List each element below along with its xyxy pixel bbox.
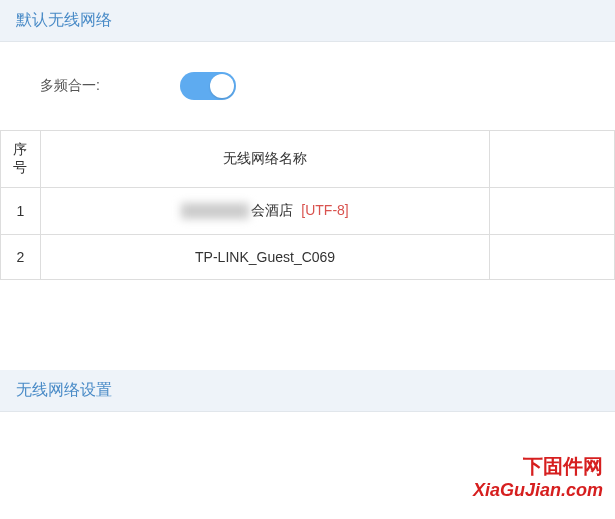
watermark: 下固件网 XiaGuJian.com (473, 453, 603, 501)
cell-index: 2 (1, 235, 41, 280)
multiband-label: 多频合一: (40, 77, 180, 95)
cell-name: TP-LINK_Guest_C069 (40, 235, 489, 280)
table-row[interactable]: 2 TP-LINK_Guest_C069 (1, 235, 615, 280)
encoding-tag: [UTF-8] (301, 202, 348, 218)
multiband-toggle[interactable] (180, 72, 236, 100)
cell-action (490, 188, 615, 235)
table-row[interactable]: 1 xxxx会酒店 [UTF-8] (1, 188, 615, 235)
name-suffix: 会酒店 (251, 202, 293, 218)
wireless-table: 序号 无线网络名称 1 xxxx会酒店 [UTF-8] 2 TP-LINK_Gu… (0, 130, 615, 280)
toggle-knob (210, 74, 234, 98)
redacted-text: xxxx (181, 203, 249, 219)
th-index: 序号 (1, 131, 41, 188)
watermark-line1: 下固件网 (473, 453, 603, 480)
th-action (490, 131, 615, 188)
cell-index: 1 (1, 188, 41, 235)
th-name: 无线网络名称 (40, 131, 489, 188)
wireless-settings-header: 无线网络设置 (0, 370, 615, 412)
multiband-row: 多频合一: (0, 42, 615, 130)
default-wireless-header: 默认无线网络 (0, 0, 615, 42)
cell-action (490, 235, 615, 280)
cell-name: xxxx会酒店 [UTF-8] (40, 188, 489, 235)
watermark-line2: XiaGuJian.com (473, 480, 603, 501)
